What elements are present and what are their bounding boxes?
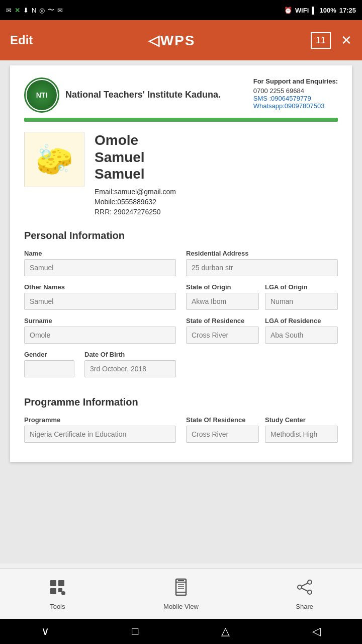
lga-of-residence-input[interactable] [265, 327, 338, 344]
n-icon: N [32, 7, 36, 14]
mobile-view-icon [172, 578, 190, 600]
phone-number: 0700 2255 69684 [253, 87, 338, 95]
programme-left: Programme [24, 416, 176, 450]
residential-address-field: Residential Address [186, 250, 338, 276]
support-title: For Support and Enquiries: [253, 77, 338, 85]
mobile-view-label: Mobile View [163, 603, 199, 610]
state-of-residence-label: State of Residence [186, 317, 259, 325]
alarm-icon: ⏰ [284, 7, 292, 14]
programme-field: Programme [24, 416, 176, 443]
svg-line-16 [302, 588, 308, 591]
doc-page: NTI National Teachers' Institute Kaduna.… [10, 65, 352, 462]
header-right: 11 ✕ [311, 32, 352, 49]
lga-of-origin-label: LGA of Origin [265, 283, 338, 291]
tab-count-button[interactable]: 11 [311, 32, 331, 49]
name-label: Name [24, 250, 176, 257]
nti-header: NTI National Teachers' Institute Kaduna.… [24, 77, 338, 113]
nti-logo-section: NTI National Teachers' Institute Kaduna. [24, 77, 221, 113]
mail-icon: ✉ [57, 7, 63, 14]
dob-input[interactable] [84, 360, 176, 377]
state-of-origin-field: State of Origin [186, 283, 259, 310]
state-of-residence-field: State of Residence [186, 317, 259, 344]
other-names-input[interactable] [24, 293, 176, 310]
lga-of-residence-field: LGA of Residence [265, 317, 338, 344]
whatsapp-number: Whatsapp:09097807503 [253, 102, 338, 110]
svg-rect-2 [50, 588, 56, 594]
programme-grid: Programme State Of Residence Study Cente… [24, 416, 338, 450]
tools-icon [48, 578, 66, 600]
share-icon [296, 578, 314, 600]
sms-number: SMS :09064579779 [253, 95, 338, 102]
state-of-residence-input[interactable] [186, 327, 259, 344]
close-button[interactable]: ✕ [341, 33, 352, 48]
svg-rect-0 [50, 580, 56, 586]
wps-logo: ◁WPS [148, 32, 196, 49]
svg-rect-3 [58, 588, 62, 592]
programme-section: Programme Information Programme State Of… [24, 396, 338, 450]
institution-name: National Teachers' Institute Kaduna. [65, 89, 221, 101]
student-info: OmoleSamuelSamuel Email:samuel@gmail.com… [95, 132, 176, 218]
residential-address-input[interactable] [186, 259, 338, 276]
student-rrr: RRR: 290247276250 [95, 208, 176, 216]
state-of-origin-input[interactable] [186, 293, 259, 310]
programme-input[interactable] [24, 426, 176, 443]
programme-state-residence-field: State Of Residence [186, 416, 259, 443]
svg-point-4 [61, 591, 65, 595]
nav-bar: ∨ □ △ ◁ [0, 619, 362, 644]
gender-input[interactable] [24, 360, 74, 377]
programme-info-title: Programme Information [24, 396, 338, 408]
wifi-icon: WiFi [295, 7, 309, 14]
tools-button[interactable]: Tools [48, 578, 66, 610]
document-area: NTI National Teachers' Institute Kaduna.… [0, 60, 362, 564]
mobile-view-button[interactable]: Mobile View [163, 578, 199, 610]
svg-line-15 [302, 583, 308, 586]
bottom-toolbar: Tools Mobile View Share [0, 569, 362, 619]
surname-field: Surname [24, 317, 176, 344]
avatar-emoji: 🧽 [36, 142, 73, 178]
dob-label: Date Of Birth [84, 351, 176, 358]
svg-rect-1 [58, 580, 64, 586]
residential-address-label: Residential Address [186, 250, 338, 257]
study-center-label: Study Center [265, 416, 338, 424]
wave-icon: 〜 [48, 6, 54, 15]
time-label: 17:25 [339, 7, 356, 14]
student-name: OmoleSamuelSamuel [95, 132, 176, 183]
personal-info-title: Personal Information [24, 230, 338, 242]
right-column: Residential Address State of Origin LGA … [186, 250, 338, 391]
lga-of-origin-field: LGA of Origin [265, 283, 338, 310]
svg-point-13 [298, 585, 302, 589]
back-button[interactable]: ◁ [312, 625, 321, 638]
circle-icon: ◎ [39, 7, 45, 14]
download-icon: ⬇ [23, 7, 29, 14]
study-center-field: Study Center [265, 416, 338, 443]
student-mobile: Mobile:0555889632 [95, 198, 176, 206]
nti-logo: NTI [24, 77, 59, 113]
status-right-info: ⏰ WiFi ▌ 100% 17:25 [284, 7, 356, 14]
svg-point-14 [308, 590, 312, 594]
lga-of-origin-input[interactable] [265, 293, 338, 310]
student-section: 🧽 OmoleSamuelSamuel Email:samuel@gmail.c… [24, 132, 338, 218]
share-button[interactable]: Share [296, 578, 314, 610]
square-button[interactable]: □ [132, 625, 138, 638]
nti-contact: For Support and Enquiries: 0700 2255 696… [253, 77, 338, 110]
state-lga-residence: State of Residence LGA of Residence [186, 317, 338, 351]
dob-field: Date Of Birth [84, 351, 176, 377]
name-input[interactable] [24, 259, 176, 276]
other-names-field: Other Names [24, 283, 176, 310]
programme-state-residence-label: State Of Residence [186, 416, 259, 424]
left-column: Name Other Names Surname Gender [24, 250, 176, 391]
state-lga-origin: State of Origin LGA of Origin [186, 283, 338, 317]
x-icon: ✕ [15, 7, 20, 14]
surname-input[interactable] [24, 327, 176, 344]
wps-logo-text: ◁WPS [148, 33, 196, 48]
nti-text: NTI [36, 91, 48, 99]
down-button[interactable]: ∨ [41, 625, 49, 638]
home-button[interactable]: △ [221, 625, 230, 638]
battery-label: 100% [320, 7, 336, 14]
svg-point-12 [308, 580, 312, 584]
study-center-input[interactable] [265, 426, 338, 443]
programme-state-residence-input[interactable] [186, 426, 259, 443]
programme-right: State Of Residence Study Center [186, 416, 338, 450]
status-left-icons: ✉ ✕ ⬇ N ◎ 〜 ✉ [6, 6, 63, 15]
edit-button[interactable]: Edit [10, 33, 33, 47]
